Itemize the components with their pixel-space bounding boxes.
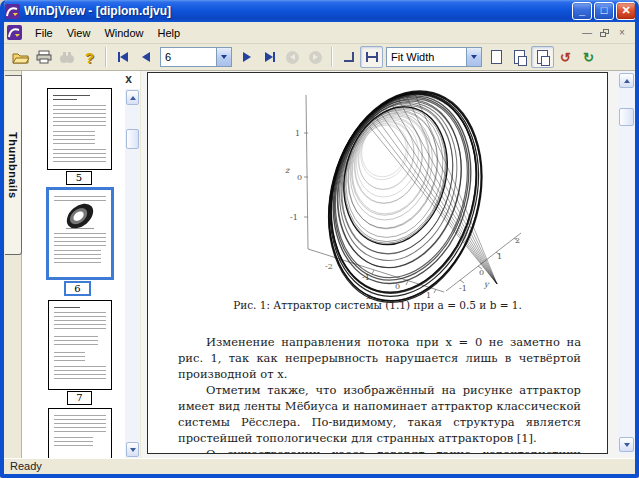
- menu-file[interactable]: File: [28, 24, 60, 42]
- arrow-up-icon: [130, 96, 136, 100]
- fit-width-icon: [366, 52, 378, 62]
- thumbnail-label-6[interactable]: 6: [64, 281, 91, 296]
- open-folder-icon: [12, 50, 30, 64]
- application-window: WinDjView - [diplom.djvu] _ □ ✕ File Vie…: [0, 0, 639, 478]
- continuous-layout-button[interactable]: [531, 46, 554, 68]
- continuous-layout-icon: [537, 50, 548, 64]
- main-scroll-down-button[interactable]: [619, 437, 634, 452]
- menu-help[interactable]: Help: [151, 24, 188, 42]
- thumbnails-scrollbar-thumb[interactable]: [126, 129, 139, 149]
- thumb-heading-line: [54, 307, 80, 308]
- thumbnails-scrollbar[interactable]: [125, 89, 140, 458]
- mdi-minimize-button[interactable]: —: [580, 27, 594, 39]
- open-button[interactable]: [9, 46, 32, 68]
- rotate-left-button[interactable]: ↺: [554, 46, 577, 68]
- tab-thumbnails[interactable]: Thumbnails: [5, 75, 22, 255]
- zoom-combobox[interactable]: Fit Width: [386, 47, 482, 67]
- paragraph-text: О существовании хаоса говорят такие хара…: [178, 447, 581, 454]
- y-axis-label: y: [483, 280, 490, 289]
- minimize-button[interactable]: _: [572, 2, 592, 20]
- binoculars-icon: [59, 51, 75, 64]
- back-icon: [286, 51, 299, 64]
- main-scroll-up-button[interactable]: [619, 73, 634, 88]
- svg-text:1: 1: [497, 252, 502, 261]
- single-page-icon: [491, 50, 502, 64]
- menu-view[interactable]: View: [60, 24, 98, 42]
- next-page-icon: [243, 52, 251, 62]
- app-icon: [5, 4, 20, 19]
- mdi-restore-button[interactable]: [600, 29, 609, 37]
- single-page-button[interactable]: [485, 46, 508, 68]
- close-button[interactable]: ✕: [616, 2, 636, 20]
- first-page-button[interactable]: [111, 46, 134, 68]
- svg-text:0: 0: [297, 173, 302, 182]
- page-number-dropdown-button[interactable]: [216, 48, 231, 66]
- thumbnail-label-5[interactable]: 5: [66, 171, 92, 185]
- paragraph: Изменение направления потока при x = 0 н…: [178, 334, 581, 382]
- thumbnail-page-5[interactable]: [47, 88, 112, 170]
- toolbar-separator: [105, 47, 107, 67]
- tab-thumbnails-label: Thumbnails: [7, 132, 19, 199]
- main-scrollbar[interactable]: [618, 71, 635, 454]
- chevron-down-icon: [471, 55, 477, 59]
- print-button[interactable]: [32, 46, 55, 68]
- thumbnail-label-7[interactable]: 7: [67, 391, 92, 405]
- fit-page-button[interactable]: [337, 46, 360, 68]
- thumbnail-page-8[interactable]: [48, 408, 112, 458]
- mdi-close-button[interactable]: ×: [615, 27, 629, 39]
- thumb-text-lines: [54, 312, 106, 332]
- thumb-text-lines: [54, 336, 98, 348]
- previous-page-button[interactable]: [134, 46, 157, 68]
- svg-text:0: 0: [479, 268, 484, 277]
- thumb-text-lines: [53, 105, 106, 127]
- sidebar-tab-strip: Thumbnails: [4, 71, 22, 458]
- maximize-button[interactable]: □: [594, 2, 614, 20]
- help-button[interactable]: ?: [78, 46, 101, 68]
- thumb-text-lines: [54, 366, 106, 380]
- rotate-left-icon: ↺: [560, 51, 571, 64]
- menu-window[interactable]: Window: [97, 24, 150, 42]
- close-panel-icon[interactable]: x: [121, 72, 136, 86]
- window-title: WinDjView - [diplom.djvu]: [24, 4, 570, 18]
- thumb-text-lines: [54, 415, 106, 433]
- svg-text:1: 1: [295, 129, 300, 138]
- zoom-dropdown-button[interactable]: [466, 48, 481, 66]
- thumb-text-lines: [53, 149, 106, 165]
- thumb-text-lines: [54, 250, 101, 266]
- previous-page-icon: [142, 52, 150, 62]
- thumb-heading-line: [53, 95, 90, 96]
- fit-width-button[interactable]: [360, 46, 383, 68]
- find-button[interactable]: [55, 46, 78, 68]
- main-scrollbar-thumb[interactable]: [619, 108, 634, 126]
- back-button[interactable]: [281, 46, 304, 68]
- title-bar[interactable]: WinDjView - [diplom.djvu] _ □ ✕: [0, 0, 639, 22]
- next-page-button[interactable]: [235, 46, 258, 68]
- chevron-down-icon: [221, 55, 227, 59]
- svg-text:-2: -2: [325, 262, 333, 271]
- figure-3d-attractor: 1 0 -1 z -2 -1 0 1 x -1 0 1 2 y: [278, 85, 578, 307]
- toolbar: ? 6 Fit Width ↺ ↻: [4, 44, 635, 71]
- document-view: 1 0 -1 z -2 -1 0 1 x -1 0 1 2 y: [141, 71, 635, 458]
- toolbar-separator: [331, 47, 333, 67]
- page-number-combobox[interactable]: 6: [160, 47, 232, 67]
- forward-button[interactable]: [304, 46, 327, 68]
- facing-pages-icon: [514, 50, 525, 64]
- content-area: Thumbnails x 5: [4, 71, 635, 458]
- thumbnails-scroll-up-button[interactable]: [126, 90, 139, 105]
- thumbnail-page-6-selected[interactable]: [46, 187, 114, 280]
- arrow-down-icon: [130, 448, 136, 452]
- thumb-text-lines: [54, 437, 93, 449]
- thumbnails-panel: x 5 6: [22, 71, 140, 458]
- thumbnail-page-7[interactable]: [48, 300, 112, 390]
- fit-page-icon: [344, 52, 354, 62]
- arrow-up-icon: [624, 79, 630, 83]
- facing-pages-button[interactable]: [508, 46, 531, 68]
- rotate-right-button[interactable]: ↻: [577, 46, 600, 68]
- document-icon[interactable]: [7, 25, 22, 40]
- document-text: Изменение направления потока при x = 0 н…: [178, 334, 581, 454]
- thumb-caption-line: [66, 228, 95, 229]
- thumbnails-scroll-down-button[interactable]: [126, 442, 139, 457]
- last-page-button[interactable]: [258, 46, 281, 68]
- thumb-heading-line: [53, 99, 77, 100]
- thumb-text-lines: [54, 233, 106, 247]
